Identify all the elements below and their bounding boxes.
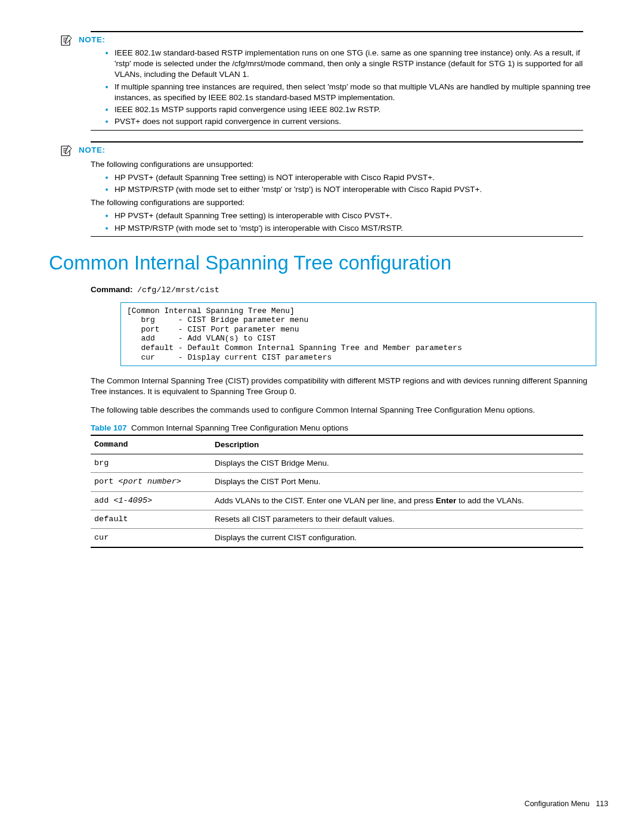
cell-description: Resets all CIST parameters to their defa… (211, 510, 583, 528)
list-item: HP MSTP/RSTP (with mode set to 'mstp') i… (114, 223, 592, 234)
cell-command: cur (91, 529, 211, 548)
cell-description: Displays the current CIST configuration. (211, 529, 583, 548)
note1-list: IEEE 802.1w standard-based RSTP implemen… (91, 48, 592, 128)
options-table: Command Description brg Displays the CIS… (91, 435, 583, 548)
note2-intro2: The following configurations are support… (91, 197, 592, 208)
list-item: PVST+ does not support rapid convergence… (114, 116, 592, 127)
cell-description: Adds VLANs to the CIST. Enter one VLAN p… (211, 491, 583, 510)
table-title: Common Internal Spanning Tree Configurat… (131, 423, 348, 432)
section-heading: Common Internal Spanning Tree configurat… (49, 250, 592, 277)
note-block-1: NOTE: IEEE 802.1w standard-based RSTP im… (49, 31, 592, 131)
footer-section: Configuration Menu (525, 800, 590, 808)
table-number: Table 107 (91, 423, 127, 432)
footer-page-number: 113 (596, 800, 608, 808)
command-label: Command: (91, 285, 133, 294)
table-row: port <port number> Displays the CIST Por… (91, 473, 583, 491)
note2-list1: HP PVST+ (default Spanning Tree setting)… (91, 172, 592, 195)
page-footer: Configuration Menu 113 (525, 799, 608, 809)
cell-description: Displays the CIST Port Menu. (211, 473, 583, 491)
cell-command: port <port number> (91, 473, 211, 491)
list-item: HP MSTP/RSTP (with mode set to either 'm… (114, 184, 592, 195)
table-row: brg Displays the CIST Bridge Menu. (91, 454, 583, 473)
cell-command: add <1-4095> (91, 491, 211, 510)
list-item: IEEE 802.1s MSTP supports rapid converge… (114, 104, 592, 115)
note-label: NOTE: (79, 35, 106, 45)
command-line: Command: /cfg/l2/mrst/cist (91, 284, 592, 296)
note-icon (49, 35, 79, 47)
note-block-2: NOTE: The following configurations are u… (49, 141, 592, 237)
list-item: IEEE 802.1w standard-based RSTP implemen… (114, 48, 592, 80)
list-item: If multiple spanning tree instances are … (114, 82, 592, 103)
note-label: NOTE: (79, 145, 106, 156)
table-caption: Table 107 Common Internal Spanning Tree … (91, 423, 592, 433)
note2-intro1: The following configurations are unsuppo… (91, 159, 592, 170)
table-row: default Resets all CIST parameters to th… (91, 510, 583, 528)
note2-list2: HP PVST+ (default Spanning Tree setting)… (91, 210, 592, 233)
table-row: add <1-4095> Adds VLANs to the CIST. Ent… (91, 491, 583, 510)
note-icon (49, 145, 79, 157)
list-item: HP PVST+ (default Spanning Tree setting)… (114, 172, 592, 183)
paragraph: The Common Internal Spanning Tree (CIST)… (91, 376, 592, 397)
col-header-command: Command (91, 435, 211, 454)
paragraph: The following table describes the comman… (91, 405, 592, 416)
cell-command: brg (91, 454, 211, 473)
code-box: [Common Internal Spanning Tree Menu] brg… (120, 302, 596, 367)
col-header-description: Description (211, 435, 583, 454)
cell-command: default (91, 510, 211, 528)
cell-description: Displays the CIST Bridge Menu. (211, 454, 583, 473)
command-value: /cfg/l2/mrst/cist (137, 286, 219, 295)
table-row: cur Displays the current CIST configurat… (91, 529, 583, 548)
list-item: HP PVST+ (default Spanning Tree setting)… (114, 210, 592, 221)
